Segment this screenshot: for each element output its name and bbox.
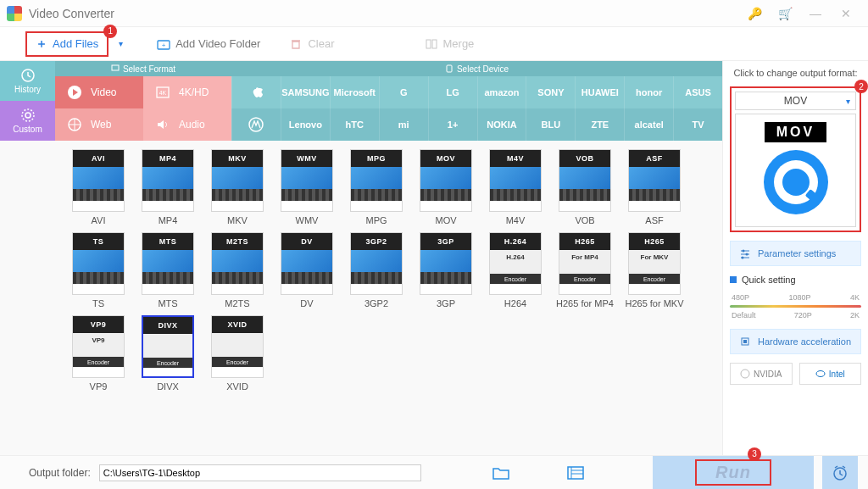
open-folder-button[interactable] [489, 461, 513, 485]
format-ts[interactable]: TSTS [64, 232, 133, 308]
alarm-clock-icon [832, 464, 849, 481]
svg-rect-22 [743, 340, 747, 343]
brand-row-1: SAMSUNGMicrosoftGLGamazonSONYHUAWEIhonor… [231, 76, 722, 108]
format-m4v[interactable]: M4VM4V [481, 149, 550, 225]
format-asf[interactable]: ASFASF [620, 149, 689, 225]
format-mp4[interactable]: MP4MP4 [133, 149, 203, 225]
brand-asus[interactable]: ASUS [673, 76, 722, 108]
brand-mi[interactable]: mi [379, 108, 428, 141]
add-files-dropdown[interactable]: ▾ [114, 39, 128, 48]
right-panel: Click to change output format: 2 MOV ▾ M… [722, 61, 868, 455]
svg-point-5 [25, 113, 31, 118]
category-4k[interactable]: 4K 4K/HD [143, 76, 231, 108]
cart-icon[interactable]: 🛒 [770, 0, 800, 27]
format-h265-for-mkv[interactable]: H265For MKVEncoderH265 for MKV [620, 232, 689, 308]
brand-htc[interactable]: hTC [330, 108, 379, 141]
output-format-dropdown[interactable]: MOV ▾ [735, 92, 856, 110]
add-folder-label: Add Video Folder [175, 37, 260, 50]
category-video[interactable]: Video [55, 76, 143, 108]
parameter-settings-button[interactable]: Parameter settings [730, 241, 861, 266]
history-button[interactable]: History [0, 61, 55, 101]
trash-icon [289, 37, 303, 51]
license-key-icon[interactable]: 🔑 [739, 0, 770, 27]
category-web[interactable]: Web [55, 108, 143, 141]
svg-point-18 [743, 250, 745, 253]
output-folder-input[interactable] [99, 464, 421, 481]
svg-point-6 [22, 109, 34, 121]
left-sidebar: History Custom [0, 61, 55, 455]
svg-point-19 [746, 253, 748, 256]
scheduler-button[interactable] [822, 456, 858, 490]
merge-button[interactable]: Merge [425, 37, 475, 51]
format-mov[interactable]: MOVMOV [411, 149, 481, 225]
brand-<svg width="20" height="20" data-name="apple-icon"><path d="m13 5c-1-1-3-1-3 1-2 0-4 2-3 5 1 3 3 5 4 5s1-1 2-1 1 1 2 1 3-2 3-4c-2-1-2-4 0-5-1-2-3-2-5-2z" fill="#fff"/></svg>[interactable] [231, 76, 281, 108]
format-m2ts[interactable]: M2TSM2TS [203, 232, 272, 308]
format-avi[interactable]: AVIAVI [64, 149, 133, 225]
format-3gp2[interactable]: 3GP23GP2 [342, 232, 411, 308]
format-label: WMV [296, 215, 319, 225]
brand-1+[interactable]: 1+ [428, 108, 477, 141]
svg-point-16 [782, 169, 810, 196]
format-xvid[interactable]: XVIDEncoderXVID [203, 315, 272, 392]
4k-icon: 4K [155, 85, 170, 100]
format-mts[interactable]: MTSMTS [133, 232, 203, 308]
brand-huawei[interactable]: HUAWEI [575, 76, 624, 108]
add-folder-button[interactable]: + Add Video Folder [157, 37, 260, 51]
hardware-acceleration-button[interactable]: Hardware acceleration [730, 329, 861, 354]
footer-bar: Output folder: 3 Run [0, 455, 868, 489]
format-h264[interactable]: H.264H.264EncoderH264 [481, 232, 550, 308]
select-format-header: Select Format [55, 61, 231, 76]
nvidia-chip[interactable]: NVIDIA [730, 363, 793, 385]
category-audio[interactable]: Audio [143, 108, 231, 141]
format-3gp[interactable]: 3GP3GP [411, 232, 481, 308]
brand-amazon[interactable]: amazon [477, 76, 526, 108]
add-files-button[interactable]: ＋ Add Files 1 [25, 31, 108, 57]
format-vp9[interactable]: VP9VP9EncoderVP9 [64, 315, 133, 392]
brand-lenovo[interactable]: Lenovo [281, 108, 330, 141]
svg-point-24 [816, 371, 825, 377]
svg-text:+: + [162, 42, 166, 49]
chevron-down-icon: ▾ [846, 97, 850, 106]
clear-label: Clear [308, 37, 334, 50]
brand-tv[interactable]: TV [673, 108, 722, 141]
app-title: Video Converter [29, 7, 114, 20]
play-icon [67, 85, 82, 100]
svg-point-23 [741, 370, 749, 378]
format-wmv[interactable]: WMVWMV [272, 149, 342, 225]
brand-zte[interactable]: ZTE [575, 108, 624, 141]
intel-chip[interactable]: Intel [799, 363, 862, 385]
run-button[interactable]: 3 Run [653, 456, 814, 490]
nvidia-icon [740, 369, 750, 379]
output-format-box[interactable]: 2 MOV ▾ MOV [730, 86, 861, 232]
motorola-icon [248, 116, 264, 133]
folder-plus-icon: + [157, 37, 170, 51]
minimize-button[interactable]: — [800, 0, 831, 27]
format-mpg[interactable]: MPGMPG [342, 149, 411, 225]
resolution-slider[interactable]: 480P 1080P 4K Default 720P 2K [730, 293, 861, 320]
brand-g[interactable]: G [379, 76, 428, 108]
chip-icon [739, 336, 751, 347]
output-format-header: Click to change output format: [730, 68, 861, 78]
format-mkv[interactable]: MKVMKV [203, 149, 272, 225]
sliders-icon [739, 247, 751, 259]
brand-lg[interactable]: LG [428, 76, 477, 108]
brand-microsoft[interactable]: Microsoft [330, 76, 379, 108]
svg-rect-25 [568, 467, 583, 479]
brand-alcatel[interactable]: alcatel [624, 108, 673, 141]
close-button[interactable]: ✕ [831, 0, 861, 27]
format-h265-for-mp4[interactable]: H265For MP4EncoderH265 for MP4 [550, 232, 620, 308]
brand-blu[interactable]: BLU [526, 108, 575, 141]
format-dv[interactable]: DVDV [272, 232, 342, 308]
format-vob[interactable]: VOBVOB [550, 149, 620, 225]
main-toolbar: ＋ Add Files 1 ▾ + Add Video Folder Clear… [0, 27, 868, 61]
brand-honor[interactable]: honor [624, 76, 673, 108]
custom-button[interactable]: Custom [0, 101, 55, 141]
clear-button[interactable]: Clear [289, 37, 334, 51]
brand-nokia[interactable]: NOKIA [477, 108, 526, 141]
brand-sony[interactable]: SONY [526, 76, 575, 108]
brand-<svg width="20" height="20" data-name="motorola-icon"><circle cx="10" cy="10" r="8" fill="none" stroke="#fff" stroke-width="1.5"/><path d="m5 14l3-8 2 5 2-5 3 8" fill="none" stroke="#fff" stroke-width="1.3"/></svg>[interactable] [231, 108, 281, 141]
run-label: Run [715, 463, 751, 481]
output-settings-button[interactable] [564, 461, 587, 485]
format-divx[interactable]: DIVXEncoderDIVX [133, 315, 203, 392]
brand-samsung[interactable]: SAMSUNG [281, 76, 330, 108]
